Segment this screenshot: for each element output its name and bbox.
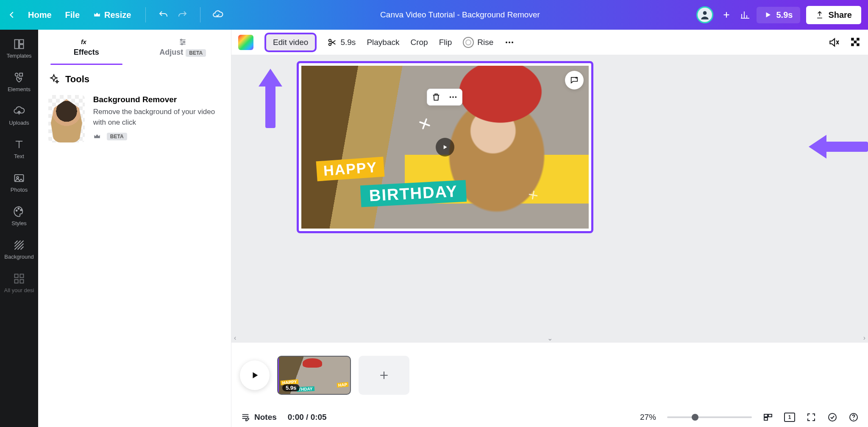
- crown-icon: [93, 133, 101, 140]
- svg-point-4: [15, 73, 18, 76]
- fullscreen-button[interactable]: [806, 412, 816, 422]
- rail-text[interactable]: Text: [0, 136, 38, 162]
- rail-more[interactable]: All your desi: [0, 270, 38, 296]
- play-icon: [764, 11, 772, 19]
- svg-rect-24: [851, 38, 854, 41]
- svg-rect-3: [19, 45, 23, 48]
- mute-button[interactable]: [828, 37, 839, 48]
- more-button[interactable]: [504, 37, 515, 47]
- home-link[interactable]: Home: [25, 8, 54, 22]
- timeline-clip[interactable]: HAPPY THDAY HAP 5.9s: [277, 356, 351, 395]
- svg-rect-5: [19, 73, 22, 76]
- trim-button[interactable]: 5.9s: [328, 38, 356, 47]
- svg-point-21: [506, 42, 507, 43]
- svg-rect-25: [854, 40, 857, 43]
- timeline-play-button[interactable]: [240, 360, 270, 390]
- insights-button[interactable]: [740, 9, 751, 20]
- crop-button[interactable]: Crop: [410, 38, 428, 47]
- video-preview[interactable]: HAPPY BIRTHDAY: [301, 66, 589, 229]
- color-swatch[interactable]: [238, 35, 253, 50]
- avatar[interactable]: [696, 6, 713, 23]
- tab-effects[interactable]: fx Effects: [38, 30, 135, 64]
- panel-tabs: fx Effects AdjustBETA: [38, 30, 231, 64]
- svg-rect-26: [857, 38, 860, 41]
- resize-menu[interactable]: Resize: [91, 8, 134, 22]
- notes-icon: [241, 413, 250, 422]
- svg-point-18: [181, 43, 183, 45]
- canvas-text-happy[interactable]: HAPPY: [316, 157, 385, 181]
- tool-background-remover[interactable]: Background Remover Remove the background…: [48, 95, 221, 142]
- sliders-icon: [177, 38, 188, 46]
- play-overlay-button[interactable]: [436, 138, 454, 156]
- svg-point-16: [181, 39, 182, 40]
- timecode: 0:00 / 0:05: [288, 413, 327, 422]
- rail-styles[interactable]: Styles: [0, 203, 38, 229]
- ai-chat-icon: [570, 75, 579, 85]
- animate-button[interactable]: Rise: [463, 37, 493, 48]
- divider: [145, 7, 146, 22]
- svg-point-35: [829, 413, 836, 421]
- tab-adjust[interactable]: AdjustBETA: [135, 30, 231, 64]
- delete-button[interactable]: [431, 92, 441, 102]
- playhead[interactable]: [278, 356, 279, 395]
- svg-point-20: [329, 43, 331, 45]
- rail-elements[interactable]: Elements: [0, 69, 38, 95]
- playback-button[interactable]: Playback: [367, 38, 399, 47]
- svg-rect-33: [768, 414, 772, 417]
- svg-point-9: [18, 208, 19, 209]
- rail-templates[interactable]: Templates: [0, 36, 38, 61]
- back-button[interactable]: [7, 10, 17, 20]
- svg-point-23: [512, 42, 513, 43]
- floating-toolbar: [427, 89, 462, 106]
- divider: [200, 7, 200, 22]
- svg-point-29: [450, 96, 451, 98]
- svg-point-31: [455, 96, 457, 98]
- collapse-timeline-button[interactable]: ⌄: [547, 334, 553, 342]
- grid-view-button[interactable]: [763, 412, 773, 422]
- share-button[interactable]: Share: [806, 6, 861, 24]
- status-ok-icon[interactable]: [827, 412, 837, 422]
- more-button[interactable]: [448, 92, 458, 102]
- add-page-button[interactable]: [359, 356, 409, 395]
- left-panel: fx Effects AdjustBETA Tools Background R…: [38, 30, 231, 427]
- redo-button[interactable]: [177, 9, 188, 20]
- timeline-footer: Notes 0:00 / 0:05 27% 1: [231, 407, 868, 427]
- sparkle-icon: [48, 74, 59, 85]
- add-collaborator-button[interactable]: [719, 8, 734, 22]
- edit-video-button[interactable]: Edit video: [264, 33, 317, 52]
- canvas-selection-frame[interactable]: HAPPY BIRTHDAY: [297, 61, 593, 233]
- transparency-button[interactable]: [850, 37, 861, 48]
- animate-icon: [463, 37, 474, 48]
- play-icon: [250, 371, 259, 380]
- canvas-area[interactable]: HAPPY BIRTHDAY ‹ ⌄ ›: [231, 55, 868, 342]
- side-rail: Templates Elements Uploads Text Photos S…: [0, 30, 38, 427]
- tool-description: Remove the background of your video with…: [93, 107, 221, 128]
- canvas-toolbar: Edit video 5.9s Playback Crop Flip Rise: [231, 30, 868, 55]
- ai-assist-button[interactable]: [565, 71, 584, 89]
- svg-rect-11: [15, 274, 18, 278]
- svg-rect-2: [19, 40, 23, 44]
- next-page-button[interactable]: ›: [863, 334, 865, 342]
- page-indicator[interactable]: 1: [784, 413, 795, 422]
- notes-button[interactable]: Notes: [241, 413, 277, 422]
- rail-background[interactable]: Background: [0, 237, 38, 262]
- file-menu[interactable]: File: [63, 8, 82, 22]
- document-title[interactable]: Canva Video Tutorial - Background Remove…: [380, 10, 540, 20]
- prev-page-button[interactable]: ‹: [234, 334, 236, 342]
- rail-uploads[interactable]: Uploads: [0, 103, 38, 128]
- clip-duration: 5.9s: [282, 384, 300, 391]
- timeline: HAPPY THDAY HAP 5.9s Notes 0:00 / 0:05 2…: [231, 342, 868, 427]
- tool-title: Background Remover: [93, 95, 221, 104]
- play-duration-button[interactable]: 5.9s: [757, 7, 800, 23]
- rail-photos[interactable]: Photos: [0, 170, 38, 195]
- annotation-arrow-left: [809, 136, 868, 158]
- zoom-percent[interactable]: 27%: [640, 413, 656, 422]
- svg-text:fx: fx: [81, 39, 87, 45]
- undo-button[interactable]: [158, 9, 169, 20]
- top-bar: Home File Resize Canva Video Tutorial - …: [0, 0, 868, 30]
- zoom-slider[interactable]: [667, 416, 752, 418]
- svg-point-17: [184, 41, 185, 42]
- cloud-sync-icon[interactable]: [212, 9, 223, 20]
- flip-button[interactable]: Flip: [439, 38, 452, 47]
- help-button[interactable]: [849, 412, 859, 422]
